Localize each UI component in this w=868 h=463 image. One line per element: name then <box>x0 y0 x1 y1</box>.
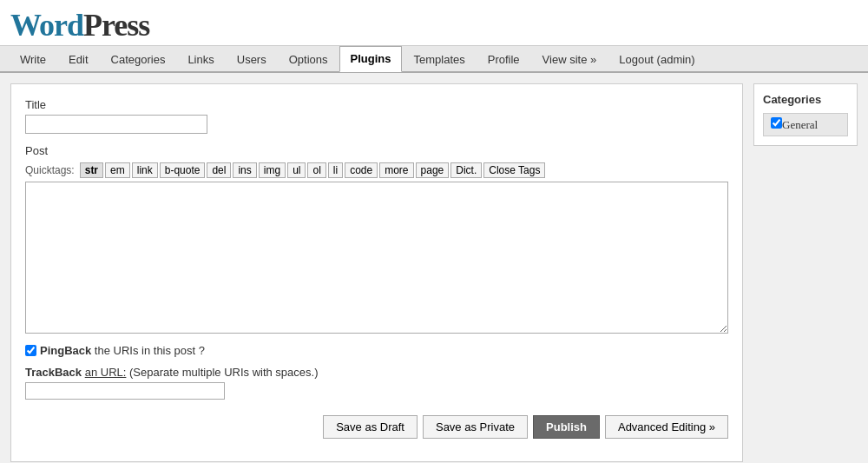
title-label: Title <box>25 98 728 111</box>
quicktag-li[interactable]: li <box>328 162 343 178</box>
pingback-checkbox[interactable] <box>25 345 36 356</box>
logo-word: Word <box>10 8 83 43</box>
action-row: Save as Draft Save as Private Publish Ad… <box>25 415 728 439</box>
trackback-url-text: an URL: <box>85 366 127 379</box>
quicktags-label: Quicktags: <box>25 164 75 176</box>
trackback-row: TrackBack an URL: (Separate multiple URI… <box>25 366 728 400</box>
nav-item-logout(admin)[interactable]: Logout (admin) <box>608 47 706 71</box>
quicktag-closetags[interactable]: Close Tags <box>483 162 545 178</box>
quicktag-del[interactable]: del <box>207 162 231 178</box>
nav-item-write[interactable]: Write <box>9 47 57 71</box>
nav-item-categories[interactable]: Categories <box>100 47 177 71</box>
quicktag-ul[interactable]: ul <box>287 162 306 178</box>
quicktag-more[interactable]: more <box>379 162 413 178</box>
categories-sidebar: Categories General <box>753 83 858 146</box>
main-nav: WriteEditCategoriesLinksUsersOptionsPlug… <box>0 46 868 73</box>
quicktag-code[interactable]: code <box>345 162 378 178</box>
quicktag-page[interactable]: page <box>416 162 450 178</box>
main-panel: Title Post Quicktags: stremlinkb-quotede… <box>10 83 743 462</box>
nav-item-profile[interactable]: Profile <box>477 47 531 71</box>
quicktag-img[interactable]: img <box>259 162 286 178</box>
quicktag-str[interactable]: str <box>80 162 103 178</box>
logo-press: Press <box>83 8 149 43</box>
nav-item-templates[interactable]: Templates <box>402 47 476 71</box>
title-input[interactable] <box>25 115 207 134</box>
quicktag-ol[interactable]: ol <box>307 162 326 178</box>
category-checkbox-general[interactable] <box>771 117 782 129</box>
post-textarea[interactable] <box>25 182 728 334</box>
advanced-editing-button[interactable]: Advanced Editing » <box>605 415 728 439</box>
quicktag-em[interactable]: em <box>105 162 130 178</box>
quicktag-dict.[interactable]: Dict. <box>450 162 482 178</box>
quicktag-ins[interactable]: ins <box>233 162 256 178</box>
categories-title: Categories <box>763 93 848 106</box>
nav-item-options[interactable]: Options <box>278 47 339 71</box>
category-label: General <box>782 118 818 131</box>
site-logo: WordPress <box>10 7 858 43</box>
category-list: General <box>763 113 848 136</box>
nav-item-edit[interactable]: Edit <box>57 47 99 71</box>
category-item: General <box>763 113 848 136</box>
post-label: Post <box>25 144 728 157</box>
trackback-label: TrackBack <box>25 366 82 379</box>
nav-item-viewsite»[interactable]: View site » <box>531 47 608 71</box>
trackback-input[interactable] <box>25 382 225 400</box>
quicktag-link[interactable]: link <box>132 162 158 178</box>
quicktags-row: Quicktags: stremlinkb-quotedelinsimgulol… <box>25 162 728 178</box>
pingback-row: PingBack the URIs in this post ? <box>25 344 728 357</box>
nav-item-users[interactable]: Users <box>226 47 278 71</box>
save-draft-button[interactable]: Save as Draft <box>323 415 418 439</box>
pingback-text: PingBack the URIs in this post ? <box>40 344 205 357</box>
save-private-button[interactable]: Save as Private <box>423 415 528 439</box>
nav-item-plugins[interactable]: Plugins <box>339 46 403 72</box>
nav-item-links[interactable]: Links <box>176 47 225 71</box>
quicktag-bquote[interactable]: b-quote <box>160 162 206 178</box>
publish-button[interactable]: Publish <box>533 415 600 439</box>
trackback-hint: (Separate multiple URIs with spaces.) <box>129 366 318 379</box>
